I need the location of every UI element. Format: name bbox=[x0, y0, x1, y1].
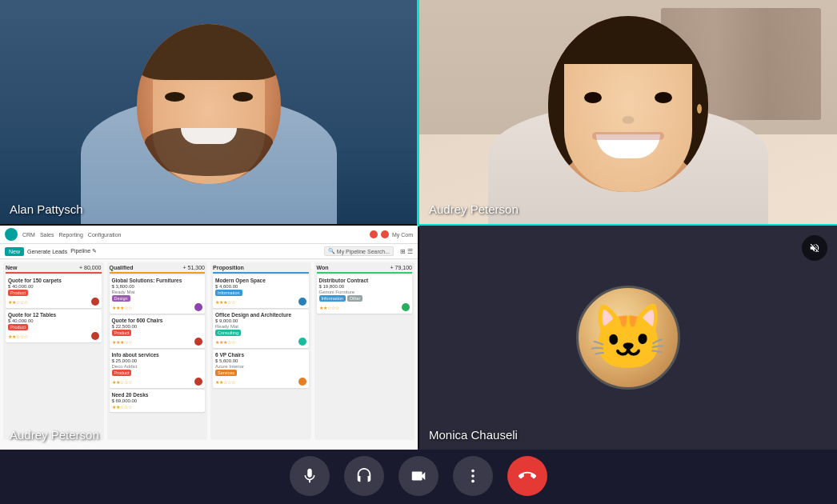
kanban-card[interactable]: Quote for 12 Tables $ 40,000.00 Product … bbox=[6, 310, 102, 342]
kanban-card[interactable]: Modern Open Space $ 4,600.00 Information… bbox=[213, 275, 309, 308]
mute-icon bbox=[802, 235, 827, 261]
svg-point-1 bbox=[471, 474, 475, 478]
kanban-card[interactable]: Need 20 Desks $ 69,000.00 ★★☆☆☆ bbox=[110, 390, 206, 412]
alan-name-label: Alan Pattysch bbox=[10, 202, 83, 216]
crm-toolbar: New Generate Leads Pipeline ✎ 🔍 My Pipel… bbox=[0, 244, 418, 259]
more-options-button[interactable] bbox=[453, 456, 493, 496]
video-cell-monica[interactable]: Monica Chauseli bbox=[419, 226, 837, 450]
kanban-col-proposition: Proposition Modern Open Space $ 4,600.00… bbox=[210, 262, 311, 440]
microphone-button[interactable] bbox=[290, 456, 330, 496]
app-container: Alan Pattysch bbox=[0, 0, 837, 504]
crm-pipeline-label: Pipeline ✎ bbox=[70, 248, 97, 254]
svg-point-2 bbox=[471, 480, 475, 483]
kanban-card[interactable]: Global Solutions: Furnitures $ 3,800.00 … bbox=[110, 275, 206, 314]
crm-nav-reporting: Reporting bbox=[58, 232, 82, 238]
crm-search-input[interactable]: Search... bbox=[367, 249, 390, 254]
crm-pipeline-filter: My Pipeline bbox=[337, 249, 366, 254]
crm-list-view-icon[interactable]: ☰ bbox=[407, 248, 413, 255]
kanban-col-proposition-header: Proposition bbox=[213, 265, 309, 274]
crm-kanban-board: New + 80,000 Quote for 150 carpets $ 40,… bbox=[0, 259, 418, 443]
hangup-button[interactable] bbox=[507, 456, 547, 496]
crm-nav-crm: CRM bbox=[22, 232, 35, 238]
camera-button[interactable] bbox=[398, 456, 439, 496]
audrey-name-label-bottom: Audrey Peterson bbox=[10, 428, 99, 442]
monica-name-label: Monica Chauseli bbox=[429, 428, 518, 442]
cat-avatar bbox=[576, 286, 680, 390]
crm-search-icon: 🔍 bbox=[328, 248, 335, 254]
crm-navbar: CRM Sales Reporting Configuration My Com bbox=[0, 226, 418, 244]
kanban-col-new: New + 80,000 Quote for 150 carpets $ 40,… bbox=[3, 262, 104, 440]
video-grid: Alan Pattysch bbox=[0, 0, 837, 448]
headphone-button[interactable] bbox=[344, 456, 384, 496]
kanban-card[interactable]: Quote for 600 Chairs $ 22,500.00 Product… bbox=[110, 315, 206, 348]
kanban-card[interactable]: Quote for 150 carpets $ 40,000.00 Produc… bbox=[6, 275, 102, 308]
kanban-col-won-header: Won + 79,100 bbox=[317, 265, 413, 274]
crm-nav-sales: Sales bbox=[40, 232, 54, 238]
crm-nav-configuration: Configuration bbox=[88, 232, 122, 238]
crm-kanban-view-icon[interactable]: ⊞ bbox=[400, 248, 406, 255]
crm-nav-links: CRM Sales Reporting Configuration bbox=[22, 232, 121, 238]
kanban-card[interactable]: 6 VP Chairs $ 5,600.00 Azure Interior Se… bbox=[213, 350, 309, 388]
video-cell-alan[interactable]: Alan Pattysch bbox=[0, 0, 418, 224]
svg-point-0 bbox=[471, 470, 475, 473]
crm-user-label: My Com bbox=[392, 232, 413, 238]
kanban-card[interactable]: Distributor Contract $ 19,800.00 Gemini … bbox=[317, 275, 413, 314]
video-cell-audrey[interactable]: Audrey Peterson bbox=[419, 0, 837, 224]
kanban-card[interactable]: Info about services $ 25,000.00 Deco Add… bbox=[110, 350, 206, 388]
kanban-card[interactable]: Office Design and Architecture $ 9,000.0… bbox=[213, 310, 309, 348]
crm-generate-label: Generate Leads bbox=[27, 249, 67, 254]
kanban-col-new-header: New + 80,000 bbox=[6, 265, 102, 274]
video-cell-screen-share[interactable]: CRM Sales Reporting Configuration My Com… bbox=[0, 226, 418, 450]
monica-bg bbox=[419, 226, 837, 450]
kanban-col-qualified-header: Qualified + 51,300 bbox=[110, 265, 206, 274]
kanban-col-won: Won + 79,100 Distributor Contract $ 19,8… bbox=[314, 262, 415, 440]
crm-screen: CRM Sales Reporting Configuration My Com… bbox=[0, 226, 418, 450]
audrey-name-label-top: Audrey Peterson bbox=[429, 202, 519, 216]
kanban-col-qualified: Qualified + 51,300 Global Solutions: Fur… bbox=[107, 262, 208, 440]
crm-new-btn[interactable]: New bbox=[5, 247, 24, 256]
call-toolbar bbox=[0, 448, 837, 504]
